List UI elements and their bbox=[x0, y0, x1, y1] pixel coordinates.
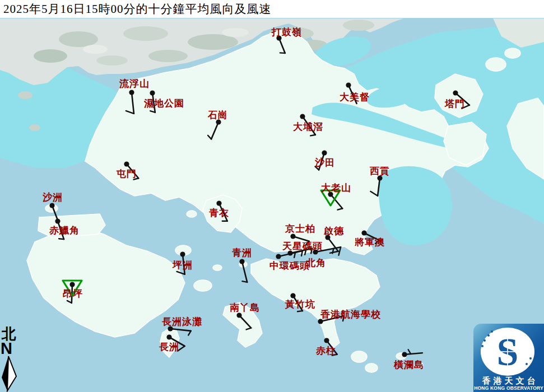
station-label: 京士柏 bbox=[285, 223, 315, 234]
station-label: 南丫島 bbox=[230, 302, 260, 313]
station-dot bbox=[69, 282, 75, 287]
station-label: 大美督 bbox=[340, 91, 370, 102]
station-label: 啟德 bbox=[323, 226, 344, 236]
station-label: 青衣 bbox=[209, 208, 229, 218]
islet-deep-bay bbox=[18, 91, 32, 99]
island-ma-wan bbox=[187, 211, 197, 217]
station-label: 大埔滘 bbox=[293, 122, 323, 132]
shenzhen-urban-texture bbox=[96, 55, 128, 66]
wind-barb-tick bbox=[59, 239, 64, 239]
shenzhen-urban-texture bbox=[343, 20, 374, 31]
station-label: 赤鱲角 bbox=[49, 225, 80, 236]
station-label: 流浮山 bbox=[119, 78, 150, 89]
station-label: 沙田 bbox=[314, 157, 335, 168]
station-label: 屯門 bbox=[116, 169, 137, 179]
station-label: 黃竹坑 bbox=[285, 298, 315, 310]
station-dot bbox=[180, 251, 185, 256]
island-ne-2 bbox=[505, 48, 520, 58]
shenzhen-urban-texture bbox=[123, 26, 168, 41]
compass-n-label: N bbox=[0, 342, 22, 355]
hko-name-english: HONG KONG OBSERVATORY bbox=[473, 385, 544, 391]
station-label: 長洲泳灘 bbox=[162, 316, 202, 327]
wind-barb-tick bbox=[310, 135, 315, 136]
station-dot bbox=[276, 254, 281, 259]
compass-needle-icon bbox=[0, 355, 22, 392]
station-label: 昂坪 bbox=[63, 288, 83, 299]
station-dot bbox=[324, 338, 329, 343]
station-dot bbox=[290, 293, 295, 298]
compass-north: 北 N bbox=[0, 327, 22, 392]
station-label: 塔門 bbox=[444, 99, 465, 109]
station-dot bbox=[346, 82, 351, 87]
water-port-shelter bbox=[379, 166, 452, 245]
station-label: 濕地公園 bbox=[143, 98, 184, 109]
station-dot bbox=[402, 352, 407, 357]
station-label: 坪洲 bbox=[172, 260, 193, 270]
shenzhen-urban-texture bbox=[222, 28, 249, 37]
title-bar: 2025年5月16日15時00分的十分鐘平均風向及風速 bbox=[0, 0, 544, 18]
station-dot bbox=[239, 259, 244, 264]
islet-deep-bay-2 bbox=[29, 124, 40, 131]
station-label: 打鼓嶺 bbox=[271, 27, 302, 38]
island-ne bbox=[486, 58, 506, 71]
station-dot bbox=[129, 90, 134, 95]
station-dot bbox=[453, 90, 458, 95]
station-dot bbox=[124, 161, 129, 166]
station-label: 將軍澳 bbox=[354, 237, 385, 248]
station-label: 青洲 bbox=[232, 248, 252, 258]
station-dot bbox=[300, 114, 305, 119]
station-dot bbox=[150, 90, 155, 95]
station-dot bbox=[49, 203, 54, 208]
station-label: 北角 bbox=[305, 258, 326, 268]
station-dot bbox=[166, 334, 171, 339]
station-dot bbox=[290, 234, 295, 239]
shenzhen-urban-texture bbox=[83, 45, 108, 54]
station-dot bbox=[322, 150, 327, 155]
station-label: 西貢 bbox=[369, 166, 390, 176]
map-canvas: 打鼓嶺流浮山濕地公園石崗大美督塔門大埔滘沙田西貢屯門沙洲大老山赤鱲角青衣京士柏啟… bbox=[0, 0, 544, 392]
wind-barb-tick bbox=[297, 311, 303, 311]
shenzhen-urban-texture bbox=[34, 49, 67, 63]
island-po-toi-2 bbox=[365, 363, 378, 372]
station-label: 石崗 bbox=[207, 110, 228, 120]
map-title: 2025年5月16日15時00分的十分鐘平均風向及風速 bbox=[0, 1, 272, 17]
station-label: 中環碼頭 bbox=[269, 260, 310, 271]
hko-logo-panel: S 香港天文台 HONG KONG OBSERVATORY bbox=[473, 324, 544, 392]
island-po-toi bbox=[351, 351, 367, 362]
station-dot bbox=[313, 249, 318, 254]
station-dot bbox=[216, 200, 221, 206]
station-label: 香港航海學校 bbox=[320, 309, 381, 320]
station-dot bbox=[361, 230, 366, 235]
station-dot bbox=[236, 312, 241, 318]
station-dot bbox=[55, 218, 60, 223]
island-hei-ling-chau bbox=[194, 280, 212, 291]
station-label: 長洲 bbox=[159, 342, 179, 352]
station-label: 大老山 bbox=[321, 183, 351, 193]
station-label: 橫瀾島 bbox=[393, 360, 424, 370]
island-kau-yi-chau bbox=[213, 265, 222, 270]
shenzhen-urban-texture bbox=[148, 50, 188, 62]
wind-barb-tick bbox=[242, 281, 247, 282]
shenzhen-urban-texture bbox=[59, 31, 98, 47]
station-label: 沙洲 bbox=[42, 192, 63, 203]
station-label: 赤柱 bbox=[315, 346, 336, 356]
wind-map-image: 打鼓嶺流浮山濕地公園石崗大美督塔門大埔滘沙田西貢屯門沙洲大老山赤鱲角青衣京士柏啟… bbox=[0, 0, 544, 392]
map-svg: 打鼓嶺流浮山濕地公園石崗大美督塔門大埔滘沙田西貢屯門沙洲大老山赤鱲角青衣京士柏啟… bbox=[0, 0, 544, 392]
